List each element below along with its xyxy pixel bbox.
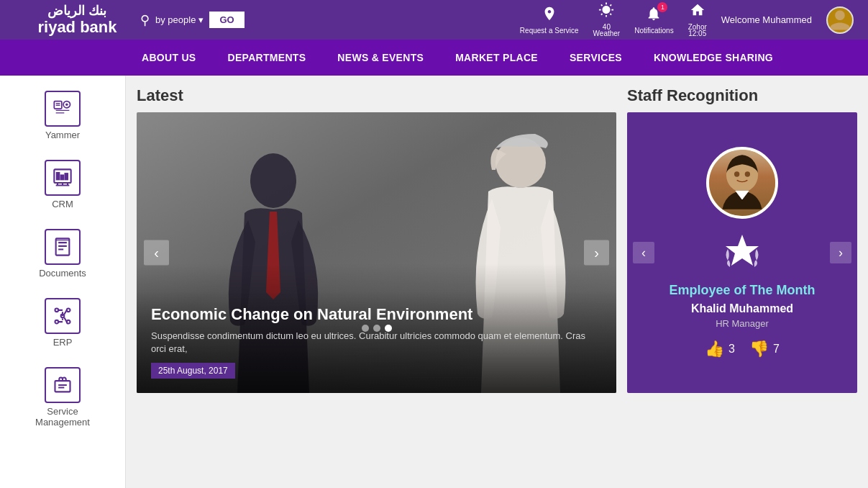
dislike-count: 7	[773, 343, 780, 356]
logo-arabic: بنك الرياض	[37, 3, 117, 19]
svg-rect-4	[57, 173, 60, 179]
mosque-icon	[690, 2, 705, 22]
search-by-dropdown[interactable]: by people ▾	[155, 14, 204, 25]
sidebar-item-crm[interactable]: CRM	[16, 152, 109, 217]
like-button[interactable]: 👍 3	[705, 340, 735, 358]
thumbs-up-icon: 👍	[705, 340, 724, 358]
svg-point-2	[65, 103, 68, 106]
service-icon	[542, 6, 557, 25]
svg-point-18	[745, 171, 750, 176]
dislike-button[interactable]: 👎 7	[749, 340, 780, 358]
request-service-button[interactable]: Request a Service	[520, 6, 579, 35]
svg-rect-6	[65, 173, 68, 179]
erp-icon	[45, 298, 81, 334]
svg-point-10	[55, 320, 59, 324]
documents-label: Documents	[39, 268, 86, 279]
go-button[interactable]: GO	[209, 12, 244, 28]
welcome-text: Welcome Muhammed	[721, 14, 812, 25]
nav-bar: ABOUT US DEPARTMENTS NEWS & EVENTS MARKE…	[0, 40, 868, 76]
logo-area: بنك الرياض riyad bank	[14, 3, 140, 36]
like-count: 3	[728, 343, 735, 356]
nav-knowledge-sharing[interactable]: KNOWLEDGE SHARING	[638, 40, 789, 76]
staff-prev-button[interactable]: ‹	[633, 242, 654, 263]
nav-news-events[interactable]: NEWS & EVENTS	[321, 40, 439, 76]
sidebar-item-yammer[interactable]: Yammer	[16, 83, 109, 148]
carousel-dots	[362, 325, 392, 332]
dot-3[interactable]	[385, 325, 392, 332]
staff-recognition-title: Staff Recognition	[627, 86, 857, 105]
svg-point-11	[67, 320, 70, 324]
staff-avatar-inner	[709, 150, 775, 216]
sidebar: Yammer CRM Doc	[0, 76, 126, 488]
news-carousel: ‹ › Economic Change on Natural Environme…	[137, 112, 616, 393]
crm-icon	[45, 160, 81, 196]
carousel-next-button[interactable]: ›	[584, 240, 609, 266]
yammer-icon	[45, 91, 81, 127]
sidebar-item-documents[interactable]: Documents	[16, 221, 109, 286]
svg-point-8	[55, 309, 59, 312]
logo-english: riyad bank	[37, 19, 117, 36]
notification-badge: 1	[657, 2, 667, 12]
erp-label: ERP	[53, 337, 73, 348]
nav-items: ABOUT US DEPARTMENTS NEWS & EVENTS MARKE…	[126, 40, 789, 76]
svg-point-14	[250, 153, 296, 208]
search-by-label: by people	[155, 14, 196, 25]
content-area: Latest	[126, 76, 868, 488]
employee-name: Khalid Muhammed	[691, 302, 793, 315]
service-label: Request a Service	[520, 27, 579, 35]
latest-title: Latest	[137, 86, 616, 105]
sidebar-item-service-management[interactable]: Service Management	[16, 359, 109, 435]
nav-services[interactable]: SERVICES	[554, 40, 638, 76]
nav-market-place[interactable]: MARKET PLACE	[439, 40, 554, 76]
employee-of-month-title: Employee of The Month	[669, 283, 815, 298]
staff-card: ‹ ›	[627, 112, 857, 393]
latest-section: Latest	[137, 86, 616, 477]
carousel-prev-button[interactable]: ‹	[144, 240, 169, 266]
carousel-content: Economic Change on Natural Environment S…	[137, 291, 616, 393]
bell-icon: 1	[646, 6, 662, 25]
top-right-bar: Request a Service 40 Weather 1 Notificat…	[520, 2, 854, 37]
chevron-down-icon: ▾	[198, 14, 204, 25]
top-bar: بنك الرياض riyad bank ⚲ by people ▾ GO R…	[0, 0, 868, 40]
weather-label: Weather	[593, 30, 621, 37]
svg-rect-7	[56, 238, 70, 255]
employee-role: HR Manager	[716, 318, 769, 329]
sidebar-item-erp[interactable]: ERP	[16, 290, 109, 356]
svg-point-17	[734, 171, 739, 176]
dot-1[interactable]	[362, 325, 369, 332]
svg-marker-19	[726, 235, 759, 266]
carousel-description: Suspendisse condimentum dictum leo eu ul…	[151, 330, 602, 356]
award-icon	[724, 233, 760, 277]
prayer-time: 12:05	[688, 30, 706, 37]
thumbs-down-icon: 👎	[749, 340, 769, 358]
service-management-label: Service Management	[27, 406, 98, 428]
notifications-button[interactable]: 1 Notifications	[634, 6, 673, 35]
svg-point-9	[67, 309, 70, 312]
vote-row: 👍 3 👎 7	[705, 340, 780, 358]
svg-rect-13	[55, 381, 70, 392]
content-grid: Latest	[137, 86, 857, 477]
staff-next-button[interactable]: ›	[830, 242, 851, 263]
search-area: ⚲ by people ▾ GO	[140, 12, 520, 28]
service-management-icon	[45, 367, 81, 403]
carousel-date: 25th August, 2017	[151, 363, 235, 379]
user-avatar[interactable]	[826, 6, 854, 34]
weather-widget[interactable]: 40 Weather	[593, 2, 621, 37]
nav-departments[interactable]: DEPARTMENTS	[212, 40, 322, 76]
yammer-label: Yammer	[45, 130, 80, 140]
nav-about-us[interactable]: ABOUT US	[126, 40, 212, 76]
main-layout: Yammer CRM Doc	[0, 76, 868, 488]
weather-icon	[598, 2, 614, 22]
staff-avatar	[706, 147, 778, 219]
dot-2[interactable]	[373, 325, 380, 332]
svg-rect-5	[61, 176, 64, 180]
search-icon[interactable]: ⚲	[140, 12, 150, 28]
documents-icon	[45, 229, 81, 265]
logo: بنك الرياض riyad bank	[37, 3, 117, 36]
notifications-label: Notifications	[634, 27, 673, 35]
carousel-headline: Economic Change on Natural Environment	[151, 305, 602, 324]
staff-recognition-section: Staff Recognition ‹ ›	[627, 86, 857, 477]
crm-label: CRM	[52, 199, 73, 209]
prayer-time-widget: Zohor 12:05	[688, 2, 707, 37]
